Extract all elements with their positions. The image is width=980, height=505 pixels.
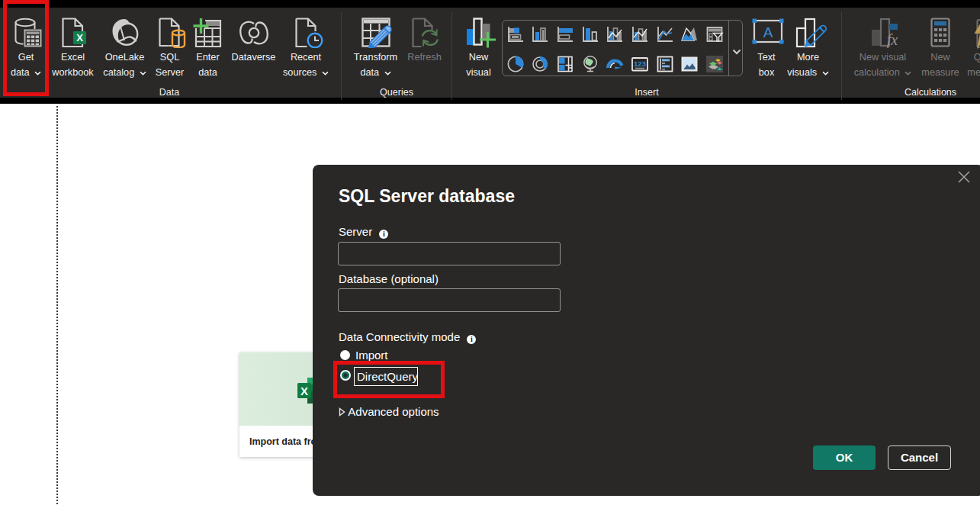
svg-text:X: X: [300, 384, 308, 397]
svg-text:123: 123: [634, 59, 646, 67]
svg-text:fx: fx: [887, 31, 898, 48]
svg-text:A: A: [763, 24, 773, 40]
svg-text:X: X: [76, 32, 83, 43]
